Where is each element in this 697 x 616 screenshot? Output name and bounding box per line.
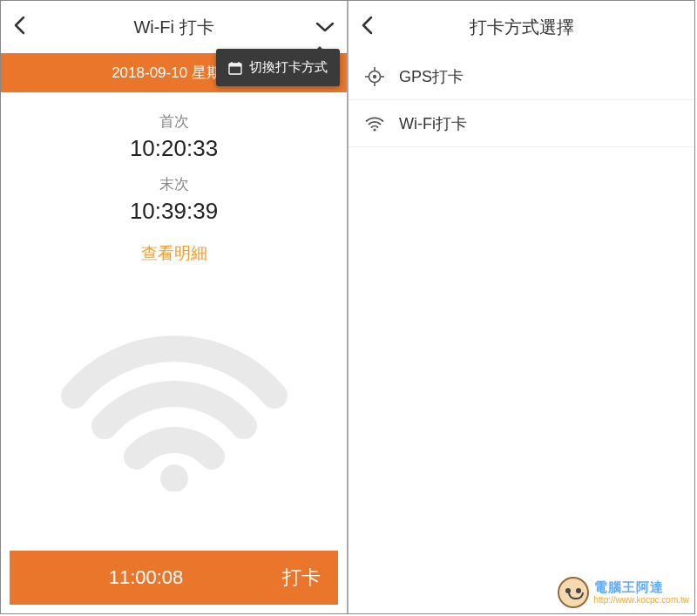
svg-point-6: [373, 74, 376, 78]
list-item-label: Wi-Fi打卡: [399, 113, 467, 134]
left-header: Wi-Fi 打卡 切換打卡方式: [1, 1, 347, 53]
list-item-label: GPS打卡: [399, 66, 464, 87]
method-select-panel: 打卡方式選擇 GPS打卡: [348, 1, 694, 613]
first-time: 10:20:33: [130, 135, 218, 162]
page-title: 打卡方式選擇: [387, 16, 656, 39]
main-content: 首次 10:20:33 末次 10:39:39 查看明細: [1, 92, 347, 551]
list-item-gps[interactable]: GPS打卡: [348, 53, 694, 100]
clock-in-bar[interactable]: 11:00:08 打卡: [10, 551, 338, 605]
back-button[interactable]: [13, 16, 39, 38]
last-label: 末次: [130, 174, 218, 194]
wifi-icon: [364, 113, 385, 134]
tooltip-text: 切換打卡方式: [249, 59, 328, 76]
switch-method-tooltip[interactable]: 切換打卡方式: [216, 49, 340, 86]
wifi-icon: [57, 317, 292, 491]
page-title: Wi-Fi 打卡: [39, 16, 308, 39]
dropdown-toggle[interactable]: [308, 17, 335, 37]
svg-point-4: [160, 464, 188, 491]
back-button[interactable]: [361, 16, 387, 38]
view-detail-link[interactable]: 查看明細: [141, 242, 207, 265]
calendar-icon: [228, 61, 242, 75]
list-item-wifi[interactable]: Wi-Fi打卡: [348, 100, 694, 147]
wifi-clock-panel: Wi-Fi 打卡 切換打卡方式 2018-09-10 星期一 首次 10:20:…: [1, 1, 347, 613]
method-list: GPS打卡 Wi-Fi打卡: [348, 53, 694, 147]
watermark: 電腦王阿達 http://www.kocpc.com.tw: [558, 577, 689, 608]
watermark-text: 電腦王阿達 http://www.kocpc.com.tw: [594, 580, 689, 605]
watermark-url: http://www.kocpc.com.tw: [594, 595, 689, 605]
first-time-block: 首次 10:20:33: [130, 112, 218, 162]
right-header: 打卡方式選擇: [348, 1, 694, 53]
watermark-main: 電腦王阿達: [594, 580, 689, 595]
current-time: 11:00:08: [27, 566, 265, 589]
first-label: 首次: [130, 112, 218, 132]
last-time-block: 末次 10:39:39: [130, 174, 218, 225]
svg-point-11: [373, 128, 376, 131]
watermark-avatar: [558, 577, 589, 608]
clock-in-button[interactable]: 打卡: [265, 565, 321, 591]
svg-rect-1: [229, 64, 241, 67]
gps-icon: [364, 66, 385, 87]
last-time: 10:39:39: [130, 198, 218, 225]
